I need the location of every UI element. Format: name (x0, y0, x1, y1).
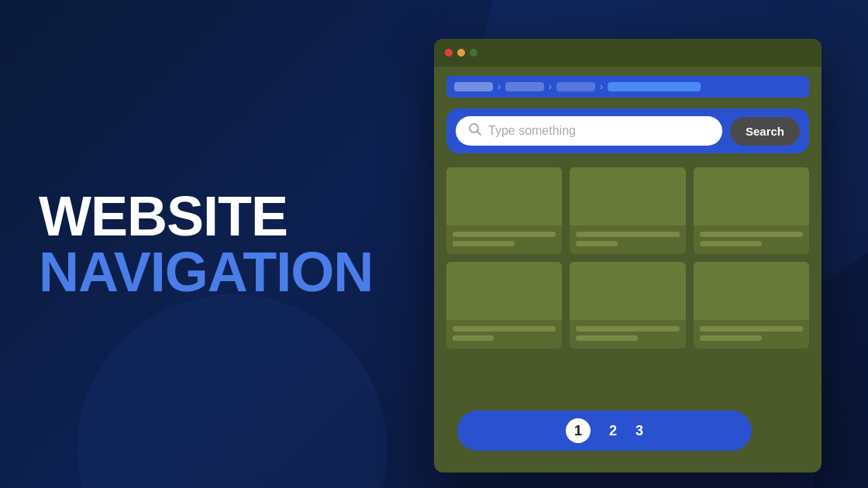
browser-content: › › › Type something (434, 67, 822, 358)
browser-topbar (434, 39, 822, 67)
search-button[interactable]: Search (730, 117, 800, 146)
svg-line-1 (477, 132, 481, 136)
card-line (700, 241, 762, 246)
card-line (576, 335, 638, 341)
card-line (700, 335, 762, 341)
card-line (700, 232, 803, 237)
card-line (453, 335, 494, 341)
grid-card-6 (694, 262, 809, 349)
card-lines-4 (446, 320, 562, 349)
card-image-1 (446, 167, 562, 225)
card-line (576, 326, 679, 332)
card-image-6 (694, 262, 809, 320)
card-image-4 (446, 262, 562, 320)
pagination-page-3[interactable]: 3 (636, 423, 643, 439)
browser-mockup-section: › › › Type something (411, 23, 845, 465)
pagination-bar: 1 2 3 (457, 411, 752, 451)
search-placeholder: Type something (488, 124, 576, 138)
card-lines-1 (446, 225, 562, 254)
pagination-page-1[interactable]: 1 (566, 418, 591, 443)
grid-card-3 (694, 167, 809, 254)
search-container: Type something Search (446, 108, 809, 153)
hero-title-line2: NAVIGATION (39, 244, 333, 300)
card-line (576, 232, 679, 237)
card-line (453, 326, 556, 332)
pagination-page-2[interactable]: 2 (609, 423, 617, 439)
grid-card-2 (570, 167, 685, 254)
card-lines-2 (570, 225, 685, 254)
hero-title-line1: WEBSITE (39, 188, 333, 244)
breadcrumb-item-3[interactable] (556, 82, 595, 91)
hero-text-section: WEBSITE NAVIGATION (39, 188, 333, 300)
breadcrumb-sep-1: › (498, 81, 501, 92)
card-image-3 (694, 167, 809, 225)
breadcrumb-sep-3: › (600, 81, 603, 92)
card-line (700, 326, 803, 332)
card-lines-3 (694, 225, 809, 254)
card-line (453, 232, 556, 237)
breadcrumb-sep-2: › (549, 81, 552, 92)
browser-dot-green (470, 49, 477, 57)
search-input-wrapper[interactable]: Type something (456, 116, 722, 146)
breadcrumb-item-1[interactable] (454, 82, 493, 91)
browser-dot-red (445, 49, 453, 57)
grid-card-1 (446, 167, 562, 254)
breadcrumb-bar: › › › (446, 76, 809, 98)
card-image-2 (570, 167, 685, 225)
breadcrumb-item-active[interactable] (608, 82, 701, 91)
card-line (453, 241, 515, 246)
card-lines-6 (694, 320, 809, 349)
grid-card-5 (570, 262, 685, 349)
breadcrumb-item-2[interactable] (505, 82, 544, 91)
content-grid (446, 167, 809, 349)
search-icon (468, 122, 482, 139)
card-image-5 (570, 262, 685, 320)
bg-decoration-2 (78, 294, 388, 488)
browser-dot-yellow (457, 49, 465, 57)
card-lines-5 (570, 320, 685, 349)
browser-window: › › › Type something (434, 39, 822, 473)
grid-card-4 (446, 262, 562, 349)
card-line (576, 241, 617, 246)
